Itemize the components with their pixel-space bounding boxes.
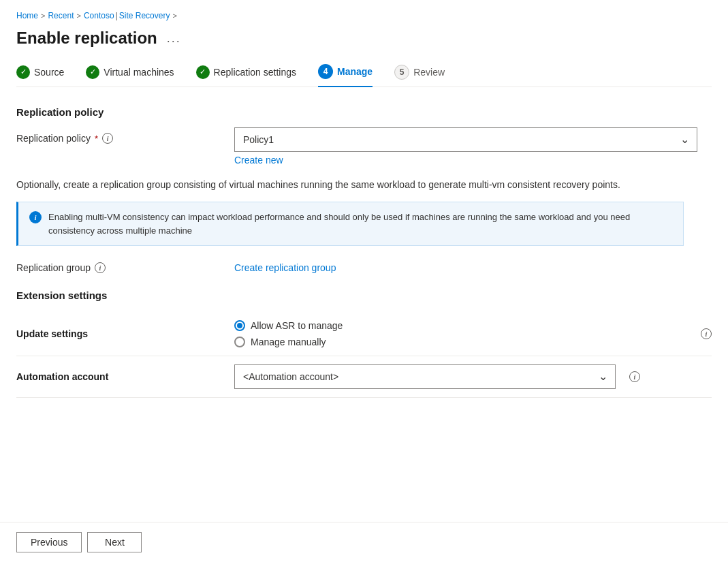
- replication-group-label: Replication group i: [16, 262, 234, 273]
- breadcrumb-sep3: >: [172, 12, 176, 20]
- info-banner: i Enabling multi-VM consistency can impa…: [16, 202, 684, 246]
- breadcrumb-sep1: >: [41, 12, 45, 20]
- ellipsis-button[interactable]: ...: [164, 30, 184, 47]
- step-review[interactable]: 5 Review: [394, 65, 445, 87]
- content-area: Replication policy Replication policy * …: [16, 106, 712, 411]
- info-banner-icon: i: [29, 211, 42, 223]
- step-manage-label: Manage: [337, 66, 373, 77]
- update-settings-info-icon[interactable]: i: [701, 328, 712, 339]
- breadcrumb-home[interactable]: Home: [16, 11, 38, 20]
- next-button[interactable]: Next: [87, 532, 142, 552]
- step-review-label: Review: [413, 67, 445, 78]
- step-vm-label: Virtual machines: [104, 67, 174, 78]
- create-replication-group-link[interactable]: Create replication group: [234, 262, 336, 273]
- radio-allow-asr-label: Allow ASR to manage: [251, 320, 343, 331]
- replication-policy-row: Replication policy * i Policy1 Policy2 P…: [16, 127, 712, 166]
- page-title: Enable replication: [16, 29, 157, 48]
- step-source-check-icon: ✓: [16, 65, 30, 79]
- info-banner-text: Enabling multi-VM consistency can impact…: [48, 210, 672, 237]
- radio-allow-asr[interactable]: Allow ASR to manage: [234, 320, 693, 331]
- create-new-link[interactable]: Create new: [234, 155, 283, 166]
- breadcrumb-sep2: >: [76, 12, 80, 20]
- breadcrumb-recent[interactable]: Recent: [48, 11, 74, 20]
- automation-account-label: Automation account: [16, 371, 234, 382]
- replication-policy-control: Policy1 Policy2 Policy3 Create new: [234, 127, 697, 166]
- radio-manage-manually-label: Manage manually: [251, 337, 326, 347]
- step-review-num-icon: 5: [394, 65, 409, 80]
- step-rep-label: Replication settings: [214, 67, 296, 78]
- radio-manage-manually[interactable]: Manage manually: [234, 337, 693, 347]
- step-manage[interactable]: 4 Manage: [318, 64, 373, 87]
- step-rep-check-icon: ✓: [196, 65, 210, 79]
- step-manage-num-icon: 4: [318, 64, 333, 79]
- replication-policy-label: Replication policy * i: [16, 127, 234, 144]
- automation-account-select[interactable]: <Automation account>: [234, 364, 616, 389]
- replication-policy-info-icon[interactable]: i: [102, 133, 113, 144]
- replication-policy-dropdown-wrapper: Policy1 Policy2 Policy3: [234, 127, 697, 152]
- step-virtual-machines[interactable]: ✓ Virtual machines: [86, 65, 174, 86]
- update-settings-info: i: [693, 328, 712, 339]
- replication-policy-section-title: Replication policy: [16, 106, 712, 118]
- breadcrumb: Home > Recent > Contoso|Site Recovery >: [16, 11, 712, 20]
- update-settings-label: Update settings: [16, 328, 234, 339]
- update-settings-row: Update settings Allow ASR to manage Mana…: [16, 312, 712, 356]
- automation-account-dropdown-wrapper: <Automation account>: [234, 364, 616, 389]
- radio-allow-asr-input[interactable]: [234, 320, 245, 331]
- step-source[interactable]: ✓ Source: [16, 65, 64, 86]
- replication-group-row: Replication group i Create replication g…: [16, 262, 712, 273]
- footer: Previous Next: [0, 522, 728, 562]
- replication-policy-select[interactable]: Policy1 Policy2 Policy3: [234, 127, 697, 152]
- update-settings-control: Allow ASR to manage Manage manually: [234, 320, 693, 347]
- breadcrumb-service[interactable]: Contoso|Site Recovery: [84, 11, 170, 20]
- previous-button[interactable]: Previous: [16, 532, 82, 552]
- automation-account-row: Automation account <Automation account> …: [16, 356, 712, 398]
- radio-manage-manually-input[interactable]: [234, 337, 245, 347]
- replication-group-info-icon[interactable]: i: [95, 262, 106, 273]
- description-text: Optionally, create a replication group c…: [16, 178, 684, 192]
- required-star: *: [95, 134, 98, 144]
- automation-account-info-icon[interactable]: i: [629, 371, 640, 382]
- extension-settings-title: Extension settings: [16, 290, 712, 301]
- step-source-label: Source: [34, 67, 64, 78]
- step-vm-check-icon: ✓: [86, 65, 99, 79]
- step-replication-settings[interactable]: ✓ Replication settings: [196, 65, 296, 86]
- wizard-steps: ✓ Source ✓ Virtual machines ✓ Replicatio…: [16, 64, 712, 87]
- page-title-row: Enable replication ...: [16, 29, 712, 48]
